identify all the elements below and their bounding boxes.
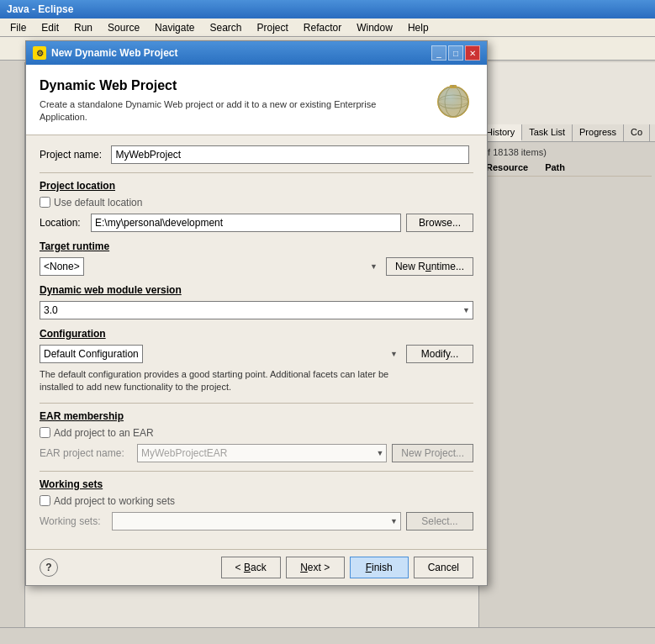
panel-header-row: Resource Path: [483, 159, 652, 177]
dialog-header-title: Dynamic Web Project: [40, 78, 425, 93]
working-sets-section: Working sets Add project to working sets…: [40, 478, 473, 531]
add-to-working-sets-label: Add project to working sets: [54, 495, 175, 507]
target-runtime-select[interactable]: <None>: [40, 257, 84, 276]
dialog-maximize-button[interactable]: □: [448, 45, 463, 61]
dialog-minimize-button[interactable]: _: [431, 45, 446, 61]
target-runtime-dropdown-row: <None> New Runtime...: [40, 257, 473, 276]
dialog-title-controls: _ □ ✕: [431, 45, 480, 61]
project-name-input[interactable]: [111, 145, 469, 164]
location-row: Location: Browse...: [40, 214, 473, 232]
menu-file[interactable]: File: [3, 20, 33, 35]
dialog-body: Project name: Project location Use defau…: [26, 135, 487, 549]
target-runtime-row: Target runtime <None> New Runtime...: [40, 240, 473, 276]
ear-project-name-row: EAR project name: MyWebProjectEAR New Pr…: [40, 444, 473, 462]
dialog-title-text: New Dynamic Web Project: [51, 47, 178, 59]
add-to-working-sets-checkbox[interactable]: [40, 495, 50, 506]
eclipse-statusbar: [0, 627, 655, 644]
web-module-version-dropdown-wrapper: 3.0: [40, 301, 473, 319]
right-panels: History Task List Progress Co of 18138 i…: [478, 124, 655, 644]
configuration-description: The default configuration provides a goo…: [40, 368, 473, 394]
new-ear-project-button[interactable]: New Project...: [392, 444, 473, 462]
web-module-version-label: Dynamic web module version: [40, 284, 473, 296]
menu-project[interactable]: Project: [250, 20, 294, 35]
working-sets-select[interactable]: [112, 512, 401, 531]
items-count: of 18138 items): [483, 145, 652, 159]
menu-source[interactable]: Source: [101, 20, 146, 35]
working-sets-dropdown-wrapper: [112, 512, 401, 531]
web-module-version-row: Dynamic web module version 3.0: [40, 284, 473, 319]
add-to-ear-checkbox[interactable]: [40, 427, 50, 438]
dialog-header-text: Dynamic Web Project Create a standalone …: [40, 78, 425, 124]
separator-3: [40, 471, 473, 472]
help-button[interactable]: ?: [40, 558, 58, 577]
svg-point-5: [438, 87, 468, 117]
ear-project-select[interactable]: MyWebProjectEAR: [137, 444, 387, 462]
eclipse-title: Java - Eclipse: [7, 3, 73, 15]
location-input[interactable]: [91, 214, 401, 232]
project-name-label: Project name:: [40, 149, 102, 161]
configuration-section: Configuration Default Configuration Modi…: [40, 328, 473, 394]
tab-progress[interactable]: Progress: [573, 124, 624, 141]
new-dynamic-web-project-dialog: ⚙ New Dynamic Web Project _ □ ✕ Dynamic …: [25, 40, 488, 586]
separator-1: [40, 172, 473, 173]
cancel-button[interactable]: Cancel: [414, 557, 473, 578]
project-name-row: Project name:: [40, 145, 473, 164]
target-runtime-dropdown-wrapper: <None>: [40, 257, 381, 276]
tab-task-list[interactable]: Task List: [522, 124, 573, 141]
dialog-header-icon: [433, 78, 473, 119]
dialog-footer: ? < Back Next > Finish Cancel: [26, 549, 487, 585]
configuration-dropdown-wrapper: Default Configuration: [40, 345, 401, 363]
panel-tabs: History Task List Progress Co: [479, 124, 655, 142]
use-default-location-label: Use default location: [54, 197, 142, 209]
column-path: Path: [545, 162, 565, 172]
menu-edit[interactable]: Edit: [34, 20, 66, 35]
use-default-location-checkbox[interactable]: [40, 197, 50, 208]
working-sets-label: Working sets:: [40, 515, 107, 527]
configuration-select[interactable]: Default Configuration: [40, 345, 143, 363]
menu-help[interactable]: Help: [401, 20, 436, 35]
add-to-ear-row: Add project to an EAR: [40, 427, 473, 439]
eclipse-menubar: File Edit Run Source Navigate Search Pro…: [0, 18, 655, 37]
working-sets-select-button[interactable]: Select...: [406, 512, 473, 531]
configuration-label: Configuration: [40, 328, 473, 340]
dialog-header-description: Create a standalone Dynamic Web project …: [40, 98, 425, 124]
next-button[interactable]: Next >: [286, 557, 345, 578]
menu-run[interactable]: Run: [67, 20, 99, 35]
configuration-dropdown-row: Default Configuration Modify...: [40, 345, 473, 363]
dialog-close-button[interactable]: ✕: [465, 45, 480, 61]
back-button[interactable]: < Back: [221, 557, 281, 578]
menu-refactor[interactable]: Refactor: [297, 20, 348, 35]
menu-search[interactable]: Search: [203, 20, 248, 35]
ear-project-name-label: EAR project name:: [40, 447, 132, 459]
project-location-section: Project location Use default location Lo…: [40, 180, 473, 232]
use-default-location-row: Use default location: [40, 197, 473, 209]
panel-content: of 18138 items) Resource Path: [479, 142, 655, 180]
ear-project-dropdown-wrapper: MyWebProjectEAR: [137, 444, 387, 462]
working-sets-title: Working sets: [40, 478, 473, 490]
finish-button[interactable]: Finish: [350, 557, 409, 578]
web-module-version-select[interactable]: 3.0: [40, 301, 473, 319]
dialog-title-icon: ⚙: [33, 46, 46, 60]
new-runtime-button[interactable]: New Runtime...: [386, 257, 473, 276]
add-to-ear-label: Add project to an EAR: [54, 427, 154, 439]
eclipse-titlebar: Java - Eclipse: [0, 0, 655, 18]
location-label: Location:: [40, 217, 86, 229]
project-location-title: Project location: [40, 180, 473, 192]
working-sets-input-row: Working sets: Select...: [40, 512, 473, 531]
eclipse-left-sidebar: [0, 62, 25, 644]
menu-navigate[interactable]: Navigate: [148, 20, 201, 35]
dialog-header: Dynamic Web Project Create a standalone …: [26, 65, 487, 135]
tab-co[interactable]: Co: [624, 124, 650, 141]
menu-window[interactable]: Window: [350, 20, 399, 35]
modify-button[interactable]: Modify...: [406, 345, 473, 363]
ear-membership-title: EAR membership: [40, 410, 473, 422]
ear-membership-section: EAR membership Add project to an EAR EAR…: [40, 410, 473, 462]
browse-button[interactable]: Browse...: [406, 214, 473, 232]
dialog-titlebar: ⚙ New Dynamic Web Project _ □ ✕: [26, 41, 487, 65]
separator-2: [40, 403, 473, 404]
column-resource: Resource: [486, 162, 528, 172]
target-runtime-label: Target runtime: [40, 240, 473, 252]
add-to-working-sets-row: Add project to working sets: [40, 495, 473, 507]
